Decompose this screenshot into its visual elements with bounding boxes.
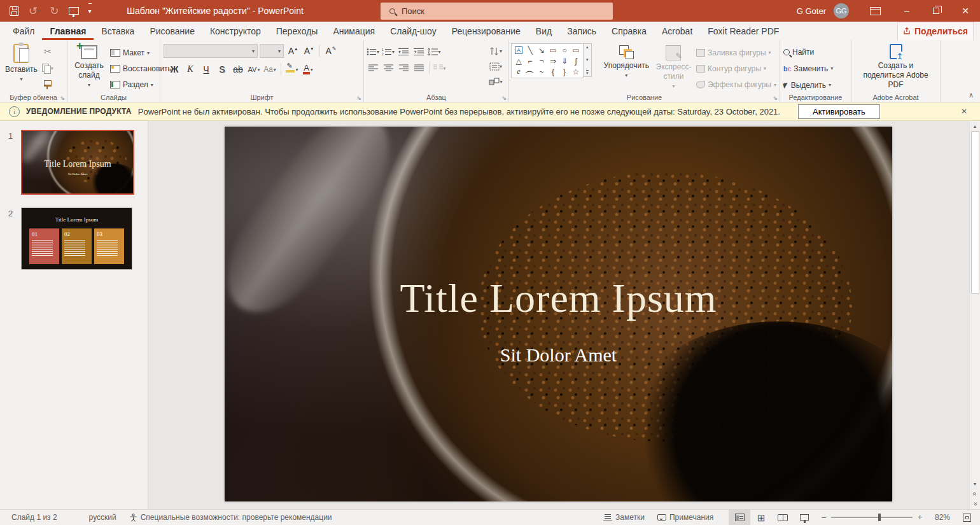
language-indicator[interactable]: русский (83, 510, 123, 525)
close-notice-icon[interactable]: ✕ (961, 107, 971, 116)
tab-record[interactable]: Запись (559, 22, 604, 40)
shrink-font-button[interactable]: A▾ (302, 44, 316, 58)
line-spacing-button[interactable]: ▾ (427, 45, 441, 58)
shape-brace-right[interactable]: } (559, 66, 570, 77)
slide-title[interactable]: Title Lorem Ipsum (225, 275, 892, 322)
increase-indent-button[interactable] (412, 45, 426, 58)
create-share-pdf-button[interactable]: Создать и поделиться Adobe PDF (855, 42, 937, 92)
text-highlight-button[interactable]: ▾ (285, 62, 299, 76)
shape-fill-button[interactable]: Заливка фигуры▾ (695, 46, 778, 59)
format-painter-button[interactable] (41, 78, 55, 92)
decrease-indent-button[interactable] (396, 45, 410, 58)
clipboard-dialog-launcher[interactable]: ⇘ (60, 95, 65, 101)
quick-styles-button[interactable]: Экспресс-стили ▾ (652, 42, 695, 92)
strikethrough-button[interactable]: ab (231, 62, 245, 76)
font-size-combobox[interactable]: ▾ (260, 44, 284, 58)
undo-button[interactable]: ↺▾ (29, 3, 40, 18)
underline-button[interactable]: Ч (199, 62, 213, 76)
notes-button[interactable]: Заметки (597, 510, 651, 525)
tab-help[interactable]: Справка (604, 22, 654, 40)
tab-file[interactable]: Файл (5, 22, 42, 40)
shape-rectangle[interactable]: ▭ (547, 45, 559, 55)
minimize-button[interactable]: – (892, 0, 921, 22)
shape-line-arrow[interactable]: ↘ (536, 45, 547, 55)
bullets-button[interactable]: ▾ (366, 45, 380, 58)
account-name[interactable]: G Goter (797, 6, 826, 16)
shape-outline-button[interactable]: Контур фигуры▾ (695, 62, 778, 75)
tab-insert[interactable]: Вставка (94, 22, 142, 40)
shape-text-box[interactable]: A (515, 46, 522, 54)
zoom-in-button[interactable]: + (918, 510, 928, 525)
align-left-button[interactable] (366, 62, 380, 74)
shapes-gallery[interactable]: A ╲ ↘ ▭ ○ ▭ △ ⌐ ¬ ⇒ ⇓ ʃ e ( ~ { } ☆ (511, 43, 584, 78)
tab-review[interactable]: Рецензирование (444, 22, 528, 40)
select-button[interactable]: ◤Выделить▾ (782, 78, 834, 92)
align-center-button[interactable] (381, 62, 395, 74)
tab-acrobat[interactable]: Acrobat (654, 22, 700, 40)
numbering-button[interactable]: 12▾ (381, 45, 395, 58)
tab-home[interactable]: Главная (42, 22, 94, 40)
zoom-slider-thumb[interactable] (878, 514, 881, 521)
shape-scribble[interactable]: e (513, 66, 524, 77)
zoom-out-button[interactable]: – (815, 510, 826, 525)
clear-formatting-button[interactable]: A✎ (324, 44, 338, 58)
convert-smartart-button[interactable]: ▾ (489, 75, 503, 88)
zoom-level[interactable]: 82% (928, 510, 956, 525)
tab-slideshow[interactable]: Слайд-шоу (382, 22, 444, 40)
activate-button[interactable]: Активировать (798, 104, 880, 119)
tab-animations[interactable]: Анимация (325, 22, 382, 40)
slide-sorter-view-button[interactable]: ⊞ (750, 510, 772, 525)
customize-qat-button[interactable]: ▾ (88, 3, 92, 18)
replace-button[interactable]: bcЗаменить▾ (782, 62, 834, 75)
tab-view[interactable]: Вид (528, 22, 559, 40)
shape-curve[interactable]: ~ (536, 66, 547, 77)
grow-font-button[interactable]: A▴ (286, 44, 300, 58)
shape-effects-button[interactable]: Эффекты фигуры▾ (695, 78, 778, 92)
share-button[interactable]: Поделиться (897, 22, 974, 40)
collapse-ribbon-button[interactable]: ∧ (969, 91, 974, 99)
tab-draw[interactable]: Рисование (142, 22, 202, 40)
shape-star[interactable]: ☆ (570, 66, 582, 77)
find-button[interactable]: Найти (782, 45, 834, 59)
shape-elbow-connector[interactable]: ⌐ (524, 55, 536, 66)
slide-subtitle[interactable]: Sit Dolor Amet (225, 344, 892, 366)
zoom-slider[interactable] (831, 517, 913, 518)
paragraph-dialog-launcher[interactable]: ⇘ (501, 95, 507, 101)
caret-up-icon[interactable]: ▴ (586, 45, 589, 50)
shape-arrow-down[interactable]: ⇓ (559, 55, 570, 66)
tab-transitions[interactable]: Переходы (269, 22, 326, 40)
normal-view-button[interactable] (729, 510, 750, 525)
change-case-button[interactable]: Aa▾ (263, 62, 277, 76)
text-direction-button[interactable]: ▾ (489, 45, 503, 57)
avatar[interactable]: GG (834, 3, 849, 18)
close-button[interactable]: ✕ (951, 0, 980, 22)
redo-button[interactable]: ↻ (50, 3, 59, 18)
font-name-combobox[interactable]: ▾ (164, 44, 258, 58)
gallery-more-icon[interactable]: ▾ (586, 70, 589, 76)
shape-arrow-right[interactable]: ⇒ (547, 55, 559, 66)
shape-rounded-rectangle[interactable]: ▭ (570, 45, 582, 55)
current-slide[interactable]: Title Lorem Ipsum Sit Dolor Amet (225, 127, 892, 501)
comments-button[interactable]: Примечания (651, 510, 720, 525)
text-shadow-button[interactable]: S (215, 62, 229, 76)
shape-freeform[interactable]: ʃ (570, 55, 582, 66)
paste-button[interactable]: Вставить ▾ (2, 42, 41, 92)
font-color-button[interactable]: A▾ (301, 62, 315, 76)
reading-view-button[interactable] (772, 510, 794, 525)
shape-elbow-arrow[interactable]: ¬ (536, 55, 547, 66)
accessibility-checker[interactable]: Специальные возможности: проверьте реком… (123, 510, 339, 525)
caret-down-icon[interactable]: ▾ (586, 57, 589, 62)
font-dialog-launcher[interactable]: ⇘ (356, 95, 361, 101)
shape-oval[interactable]: ○ (559, 45, 570, 55)
restore-button[interactable] (921, 0, 951, 22)
shapes-gallery-scrollbar[interactable]: ▴ ▾ ▾ (584, 43, 592, 77)
align-text-button[interactable]: ▾ (489, 60, 503, 73)
align-right-button[interactable] (396, 62, 410, 74)
scroll-up-icon[interactable]: ▴ (970, 121, 980, 131)
arrange-button[interactable]: Упорядочить ▾ (601, 42, 652, 92)
vertical-scrollbar[interactable]: ▴ ▾ « « (969, 121, 980, 509)
save-button[interactable] (10, 3, 19, 18)
tab-foxit[interactable]: Foxit Reader PDF (700, 22, 787, 40)
cut-button[interactable]: ✂ (41, 45, 55, 59)
shape-line[interactable]: ╲ (524, 45, 536, 55)
